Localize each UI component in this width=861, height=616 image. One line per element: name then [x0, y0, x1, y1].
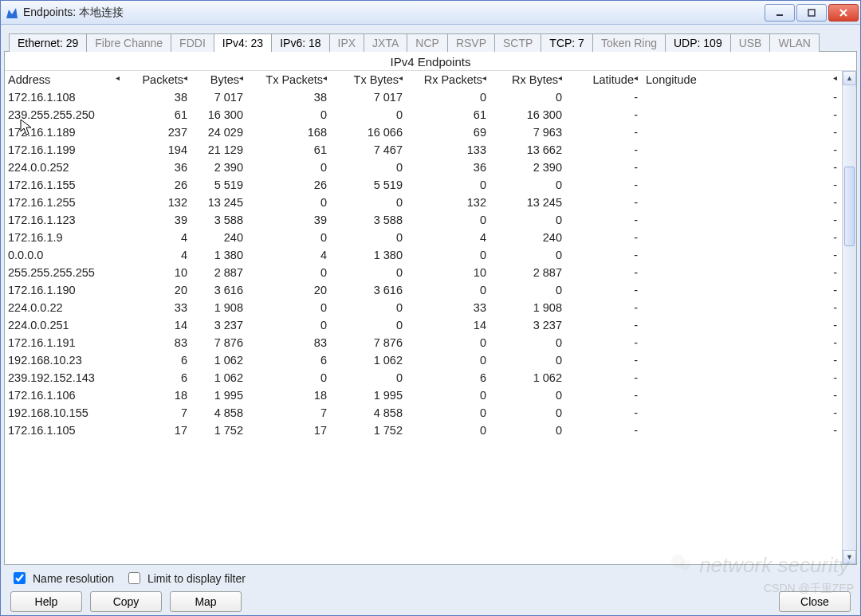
scroll-thumb[interactable] [844, 167, 855, 246]
cell-address: 172.16.1.191 [5, 334, 124, 351]
tab-wlan[interactable]: WLAN [769, 33, 819, 52]
close-window-button[interactable] [828, 4, 859, 22]
cell-lat: - [567, 211, 643, 229]
tab-sctp[interactable]: SCTP [494, 33, 541, 52]
table-row[interactable]: 239.192.152.14361 0620061 062-- [5, 369, 842, 386]
cell-rxb: 0 [491, 88, 567, 106]
cell-rxp: 0 [407, 351, 491, 369]
col-rx-bytes[interactable]: Rx Bytes◂ [491, 71, 567, 88]
scroll-down-button[interactable]: ▼ [843, 550, 856, 564]
close-button[interactable]: Close [779, 591, 851, 612]
cell-txp: 0 [248, 194, 332, 211]
minimize-button[interactable] [765, 4, 795, 22]
scroll-up-button[interactable]: ▲ [843, 71, 856, 85]
vertical-scrollbar[interactable]: ▲ ▼ [842, 71, 856, 564]
cell-packets: 4 [124, 229, 192, 246]
table-row[interactable]: 192.168.10.15574 85874 85800-- [5, 404, 842, 422]
cell-lat: - [567, 334, 643, 351]
table-row[interactable]: 172.16.1.94240004240-- [5, 229, 842, 246]
cell-packets: 33 [124, 299, 192, 316]
tab-udp-109[interactable]: UDP: 109 [665, 33, 731, 52]
cell-rxp: 61 [407, 106, 491, 124]
maximize-button[interactable] [796, 4, 827, 22]
table-row[interactable]: 224.0.0.251143 23700143 237-- [5, 316, 842, 334]
cell-txb: 0 [332, 316, 407, 334]
col-longitude[interactable]: Longitude◂ [643, 71, 842, 88]
cell-address: 224.0.0.22 [5, 299, 124, 316]
cell-address: 239.192.152.143 [5, 369, 124, 386]
tab-fddi[interactable]: FDDI [171, 33, 214, 52]
table-row[interactable]: 172.16.1.19919421 129617 46713313 662-- [5, 141, 842, 159]
limit-filter-input[interactable] [128, 572, 140, 584]
table-row[interactable]: 0.0.0.041 38041 38000-- [5, 246, 842, 264]
col-tx-packets[interactable]: Tx Packets◂ [248, 71, 332, 88]
cell-lon: - [643, 404, 842, 422]
cell-rxp: 10 [407, 264, 491, 281]
cell-rxb: 2 390 [491, 159, 567, 176]
tab-token-ring[interactable]: Token Ring [592, 33, 666, 52]
cell-lon: - [643, 141, 842, 159]
cell-rxp: 14 [407, 316, 491, 334]
col-packets[interactable]: Packets◂ [124, 71, 192, 88]
name-resolution-input[interactable] [14, 572, 26, 584]
cell-lon: - [643, 334, 842, 351]
tab-fibre-channe[interactable]: Fibre Channe [86, 33, 171, 52]
content-area: Ethernet: 29Fibre ChanneFDDIIPv4: 23IPv6… [1, 25, 860, 615]
cell-txb: 0 [332, 194, 407, 211]
cell-rxb: 2 887 [491, 264, 567, 281]
cell-txp: 18 [248, 386, 332, 404]
table-row[interactable]: 172.16.1.108387 017387 01700-- [5, 88, 842, 106]
table-row[interactable]: 172.16.1.105171 752171 75200-- [5, 422, 842, 439]
table-row[interactable]: 172.16.1.106181 995181 99500-- [5, 386, 842, 404]
cell-txb: 7 876 [332, 334, 407, 351]
table-row[interactable]: 224.0.0.252362 39000362 390-- [5, 159, 842, 176]
cell-packets: 14 [124, 316, 192, 334]
table-row[interactable]: 224.0.0.22331 90800331 908-- [5, 299, 842, 316]
table-row[interactable]: 172.16.1.155265 519265 51900-- [5, 176, 842, 194]
table-row[interactable]: 172.16.1.25513213 2450013213 245-- [5, 194, 842, 211]
grid-wrap: Address◂ Packets◂ Bytes◂ Tx Packets◂ Tx … [5, 70, 856, 564]
cell-rxb: 1 062 [491, 369, 567, 386]
protocol-tabs: Ethernet: 29Fibre ChanneFDDIIPv4: 23IPv6… [4, 29, 857, 52]
limit-filter-checkbox[interactable]: Limit to display filter [125, 570, 246, 587]
cell-lon: - [643, 194, 842, 211]
col-rx-packets[interactable]: Rx Packets◂ [407, 71, 491, 88]
table-row[interactable]: 172.16.1.123393 588393 58800-- [5, 211, 842, 229]
name-resolution-checkbox[interactable]: Name resolution [10, 570, 114, 587]
endpoints-table: Address◂ Packets◂ Bytes◂ Tx Packets◂ Tx … [5, 71, 842, 439]
tab-ethernet-29[interactable]: Ethernet: 29 [9, 33, 87, 52]
table-row[interactable]: 192.168.10.2361 06261 06200-- [5, 351, 842, 369]
help-button[interactable]: Help [10, 591, 82, 612]
tab-ipv6-18[interactable]: IPv6: 18 [271, 33, 329, 52]
table-row[interactable]: 239.255.255.2506116 300006116 300-- [5, 106, 842, 124]
cell-bytes: 1 062 [192, 351, 248, 369]
cell-bytes: 2 887 [192, 264, 248, 281]
tab-usb[interactable]: USB [730, 33, 771, 52]
table-row[interactable]: 172.16.1.191837 876837 87600-- [5, 334, 842, 351]
cell-lon: - [643, 422, 842, 439]
tab-ipx[interactable]: IPX [329, 33, 365, 52]
col-latitude[interactable]: Latitude◂ [567, 71, 643, 88]
col-address[interactable]: Address◂ [5, 71, 124, 88]
cell-rxp: 133 [407, 141, 491, 159]
table-row[interactable]: 172.16.1.18923724 02916816 066697 963-- [5, 124, 842, 141]
table-row[interactable]: 255.255.255.255102 88700102 887-- [5, 264, 842, 281]
tab-tcp-7[interactable]: TCP: 7 [541, 33, 593, 52]
cell-rxb: 0 [491, 351, 567, 369]
map-button[interactable]: Map [170, 591, 242, 612]
cell-lon: - [643, 124, 842, 141]
copy-button[interactable]: Copy [90, 591, 162, 612]
cell-address: 0.0.0.0 [5, 246, 124, 264]
col-bytes[interactable]: Bytes◂ [192, 71, 248, 88]
cell-lat: - [567, 281, 643, 299]
col-tx-bytes[interactable]: Tx Bytes◂ [332, 71, 407, 88]
tab-rsvp[interactable]: RSVP [447, 33, 495, 52]
button-row: Help Copy Map Close [4, 587, 857, 612]
cell-lat: - [567, 246, 643, 264]
tab-jxta[interactable]: JXTA [364, 33, 407, 52]
cell-address: 172.16.1.190 [5, 281, 124, 299]
cell-txp: 61 [248, 141, 332, 159]
tab-ncp[interactable]: NCP [407, 33, 448, 52]
tab-ipv4-23[interactable]: IPv4: 23 [214, 33, 272, 52]
table-row[interactable]: 172.16.1.190203 616203 61600-- [5, 281, 842, 299]
